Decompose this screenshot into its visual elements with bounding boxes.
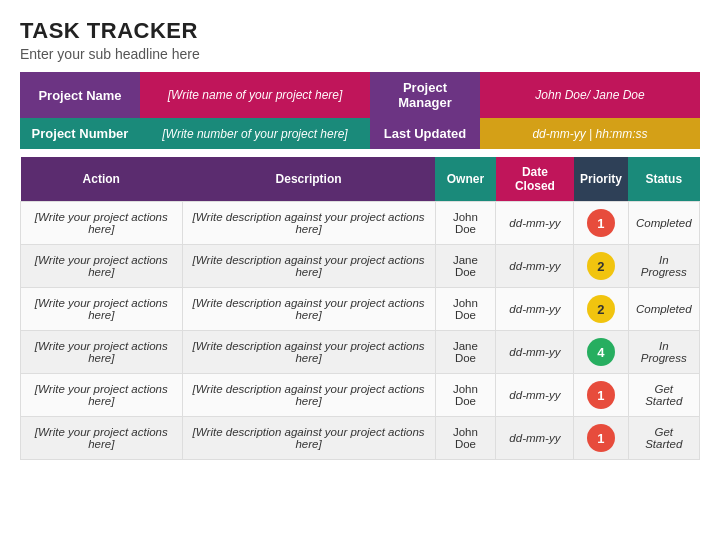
- priority-badge: 1: [587, 424, 615, 452]
- owner-cell: John Doe: [435, 374, 496, 417]
- table-row: [Write your project actions here] [Write…: [21, 202, 700, 245]
- task-table: Action Description Owner Date Closed Pri…: [20, 157, 700, 460]
- owner-cell: Jane Doe: [435, 331, 496, 374]
- action-cell[interactable]: [Write your project actions here]: [21, 202, 183, 245]
- priority-cell: 4: [574, 331, 628, 374]
- date-closed-cell: dd-mm-yy: [496, 417, 574, 460]
- status-cell: Get Started: [628, 417, 700, 460]
- date-closed-cell: dd-mm-yy: [496, 331, 574, 374]
- description-cell[interactable]: [Write description against your project …: [182, 374, 435, 417]
- priority-badge: 2: [587, 252, 615, 280]
- priority-cell: 2: [574, 288, 628, 331]
- col-date-closed: Date Closed: [496, 157, 574, 202]
- status-cell: Completed: [628, 288, 700, 331]
- status-cell: Get Started: [628, 374, 700, 417]
- table-row: [Write your project actions here] [Write…: [21, 288, 700, 331]
- owner-cell: John Doe: [435, 202, 496, 245]
- page-subtitle: Enter your sub headline here: [20, 46, 700, 62]
- project-name-label: Project Name: [20, 72, 140, 118]
- col-action: Action: [21, 157, 183, 202]
- table-row: [Write your project actions here] [Write…: [21, 331, 700, 374]
- action-cell[interactable]: [Write your project actions here]: [21, 288, 183, 331]
- owner-cell: Jane Doe: [435, 245, 496, 288]
- priority-badge: 2: [587, 295, 615, 323]
- action-cell[interactable]: [Write your project actions here]: [21, 245, 183, 288]
- table-row: [Write your project actions here] [Write…: [21, 417, 700, 460]
- page-title: TASK TRACKER: [20, 18, 700, 44]
- priority-badge: 1: [587, 381, 615, 409]
- priority-badge: 1: [587, 209, 615, 237]
- last-updated-value[interactable]: dd-mm-yy | hh:mm:ss: [480, 118, 700, 149]
- action-cell[interactable]: [Write your project actions here]: [21, 374, 183, 417]
- priority-cell: 2: [574, 245, 628, 288]
- date-closed-cell: dd-mm-yy: [496, 288, 574, 331]
- date-closed-cell: dd-mm-yy: [496, 202, 574, 245]
- status-cell: Completed: [628, 202, 700, 245]
- col-status: Status: [628, 157, 700, 202]
- table-row: [Write your project actions here] [Write…: [21, 245, 700, 288]
- status-cell: In Progress: [628, 331, 700, 374]
- project-number-label: Project Number: [20, 118, 140, 149]
- col-description: Description: [182, 157, 435, 202]
- description-cell[interactable]: [Write description against your project …: [182, 417, 435, 460]
- description-cell[interactable]: [Write description against your project …: [182, 245, 435, 288]
- project-name-value[interactable]: [Write name of your project here]: [140, 72, 370, 118]
- description-cell[interactable]: [Write description against your project …: [182, 331, 435, 374]
- status-cell: In Progress: [628, 245, 700, 288]
- date-closed-cell: dd-mm-yy: [496, 374, 574, 417]
- col-owner: Owner: [435, 157, 496, 202]
- col-priority: Priority: [574, 157, 628, 202]
- priority-cell: 1: [574, 417, 628, 460]
- date-closed-cell: dd-mm-yy: [496, 245, 574, 288]
- last-updated-label: Last Updated: [370, 118, 480, 149]
- action-cell[interactable]: [Write your project actions here]: [21, 331, 183, 374]
- description-cell[interactable]: [Write description against your project …: [182, 288, 435, 331]
- description-cell[interactable]: [Write description against your project …: [182, 202, 435, 245]
- priority-cell: 1: [574, 374, 628, 417]
- action-cell[interactable]: [Write your project actions here]: [21, 417, 183, 460]
- table-row: [Write your project actions here] [Write…: [21, 374, 700, 417]
- project-manager-label: Project Manager: [370, 72, 480, 118]
- project-number-value[interactable]: [Write number of your project here]: [140, 118, 370, 149]
- priority-badge: 4: [587, 338, 615, 366]
- owner-cell: John Doe: [435, 288, 496, 331]
- owner-cell: John Doe: [435, 417, 496, 460]
- project-manager-value[interactable]: John Doe/ Jane Doe: [480, 72, 700, 118]
- priority-cell: 1: [574, 202, 628, 245]
